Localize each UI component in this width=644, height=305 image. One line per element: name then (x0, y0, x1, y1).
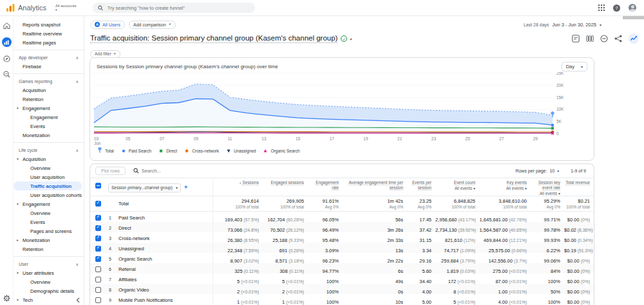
chevron-down-icon[interactable]: ▾ (350, 37, 352, 41)
collapse-chevron-icon[interactable] (76, 297, 80, 303)
totals-checkbox[interactable] (95, 201, 101, 207)
row-checkbox[interactable] (95, 236, 101, 241)
data-quality-icon[interactable] (600, 35, 608, 42)
sidebar-item-realtime-pages[interactable]: Realtime pages (14, 38, 84, 47)
sidebar-item-traffic-acquisition[interactable]: Traffic acquisition (14, 181, 82, 190)
legend-item-direct[interactable]: Direct (158, 147, 177, 154)
column-header-sessions[interactable]: ↓ Sessions (213, 180, 263, 185)
row-checkbox[interactable] (95, 287, 101, 293)
column-header-key-events[interactable]: Key eventsAll events ▾ (479, 180, 531, 191)
column-filter-all-events[interactable]: All events ▾ (531, 191, 560, 197)
table-row[interactable]: 3Cross-network26,380(8.95%)25,188(9.33%)… (90, 232, 594, 243)
sidebar-item-engagement[interactable]: ▾Engagement (14, 104, 84, 113)
sidebar-section-games-reporting[interactable]: Games reporting∧ (14, 77, 84, 86)
add-comparison-chip[interactable]: Add comparison + (129, 21, 176, 29)
column-header-events-per-session[interactable]: Events per session (407, 180, 435, 190)
sidebar-section-app-developer[interactable]: App developer∧ (14, 53, 84, 62)
table-row[interactable]: 6Referral325(0.11%)308(0.11%)94.77%6s5.6… (90, 263, 594, 273)
all-users-chip[interactable]: A All Users (90, 21, 125, 29)
metric-cell: 5.00 (407, 294, 435, 305)
table-search-input[interactable] (142, 168, 258, 174)
table-row[interactable]: 7Affiliates5(<0.01%)5(<0.01%)100%49s34.4… (90, 273, 594, 284)
help-icon[interactable]: ? (613, 5, 620, 12)
column-header-engaged-sessions[interactable]: Engaged sessions (263, 180, 308, 185)
global-search-input[interactable] (108, 5, 251, 11)
granularity-select[interactable]: Day ▾ (562, 62, 587, 71)
legend-item-cross-network[interactable]: Cross-network (184, 147, 219, 154)
sidebar-item-events[interactable]: Events (14, 217, 84, 226)
sidebar-item-pages-and-screens[interactable]: Pages and screens (14, 226, 84, 236)
scrollbar-thumb[interactable] (623, 16, 644, 19)
sidebar-item-tech[interactable]: ▾Tech (14, 295, 84, 304)
rows-per-page[interactable]: Rows per page: 10 ▾ (515, 169, 559, 173)
table-row[interactable]: 5Organic Search8,907(3.02%)8,571(3.18%)9… (90, 253, 594, 263)
notes-icon[interactable] (572, 35, 580, 42)
table-search[interactable] (133, 168, 516, 174)
column-header-total-revenue[interactable]: Total revenue (564, 180, 594, 185)
share-icon[interactable] (614, 35, 622, 42)
column-header-average-engagement-time-per-session[interactable]: Average engagement time per session (343, 180, 407, 190)
reports-icon[interactable] (2, 37, 12, 47)
sidebar-item-user-attributes[interactable]: ▾User attributes (14, 268, 84, 277)
explore-icon[interactable] (3, 55, 10, 62)
row-checkbox[interactable] (95, 225, 101, 231)
sidebar-section-user[interactable]: User∧ (14, 259, 84, 268)
column-header-session-key-event-rate[interactable]: Session key event rateAll events ▾ (531, 180, 564, 196)
sidebar-item-engagement[interactable]: Engagement (14, 113, 84, 122)
apps-grid-icon[interactable] (598, 5, 605, 11)
sidebar-item-user-acquisition-cohorts[interactable]: User acquisition cohorts (14, 190, 84, 199)
legend-item-unassigned[interactable]: Unassigned (225, 147, 256, 154)
date-range-picker[interactable]: Last 28 days Jun 3 - Jun 30, 2025 ▾ (524, 22, 601, 28)
row-checkbox[interactable] (95, 215, 101, 221)
sidebar-item-engagement[interactable]: ▾Engagement (14, 199, 84, 208)
cards-icon[interactable] (586, 35, 594, 42)
sidebar-item-retention[interactable]: Retention (14, 245, 84, 254)
advertising-icon[interactable] (3, 71, 10, 78)
add-filter-button[interactable]: Add filter + (90, 50, 120, 58)
sidebar-section-life-cycle[interactable]: Life cycle∧ (14, 145, 84, 154)
row-checkbox[interactable] (95, 266, 101, 272)
sidebar-item-retention[interactable]: Retention (14, 95, 84, 104)
sidebar-item-acquisition[interactable]: ▾Acquisition (14, 154, 84, 163)
page-title[interactable]: Traffic acquisition: Session primary cha… (90, 34, 337, 43)
column-header-event-count[interactable]: Event countAll events ▾ (435, 180, 479, 191)
legend-item-organic-search[interactable]: Organic Search (262, 147, 299, 154)
legend-item-paid-search[interactable]: Paid Search (120, 147, 151, 154)
column-filter-all-events[interactable]: All events ▾ (435, 186, 475, 192)
row-checkbox[interactable] (95, 297, 101, 303)
insights-icon[interactable] (629, 33, 639, 44)
avatar[interactable] (629, 4, 636, 12)
sidebar-item-acquisition[interactable]: Acquisition (14, 86, 84, 95)
dimension-selector[interactable]: Session primary...channel group)▾ (108, 183, 181, 192)
global-search[interactable] (93, 3, 255, 13)
add-dimension-button[interactable]: + (184, 184, 187, 190)
table-row[interactable]: 2Direct73,066(24.8%)70,502(26.12%)96.49%… (90, 222, 594, 232)
sidebar-item-demographic-details[interactable]: Demographic details (14, 286, 84, 295)
row-checkbox[interactable] (95, 277, 101, 282)
sidebar-item-events[interactable]: Events (14, 122, 84, 131)
sidebar-item-user-acquisition[interactable]: User acquisition (14, 172, 84, 181)
table-row[interactable]: 8Organic Video2(<0.01%)2(<0.01%)100%0s4.… (90, 284, 594, 294)
sidebar-item-overview[interactable]: Overview (14, 277, 84, 286)
sidebar-item-monetization[interactable]: ▸Monetization (14, 236, 84, 245)
sidebar-item-overview[interactable]: Overview (14, 163, 84, 172)
column-header-engagement-rate[interactable]: Engagement rate (308, 180, 343, 190)
table-row[interactable]: 1Paid Search169,403(57.5%)162,704(60.28%… (90, 212, 594, 222)
sidebar-item-monetization[interactable]: Monetization (14, 131, 84, 140)
sidebar-item-realtime-overview[interactable]: Realtime overview (14, 29, 84, 38)
select-all-checkbox[interactable] (95, 183, 101, 189)
legend-item-total[interactable]: Total (97, 147, 114, 154)
column-filter-all-events[interactable]: All events ▾ (479, 186, 527, 192)
row-checkbox[interactable] (95, 246, 101, 252)
plot-rows-button[interactable]: Plot rows (95, 167, 126, 175)
home-icon[interactable] (3, 23, 10, 29)
table-row[interactable]: 9Mobile Push Notifications1(<0.01%)1(<0.… (90, 294, 594, 304)
sidebar-item-overview[interactable]: Overview (14, 208, 84, 217)
row-checkbox[interactable] (95, 256, 101, 262)
settings-gear-icon[interactable] (3, 295, 10, 302)
sidebar-item-reports-snapshot[interactable]: Reports snapshot (14, 20, 84, 29)
analytics-logo[interactable]: Analytics (0, 4, 46, 12)
table-row[interactable]: 4Unassigned22,348(7.59%)691(0.26%)3.09%1… (90, 243, 594, 253)
account-switcher[interactable]: All accounts ▾ (55, 4, 76, 12)
sidebar-item-firebase[interactable]: Firebase (14, 62, 84, 71)
